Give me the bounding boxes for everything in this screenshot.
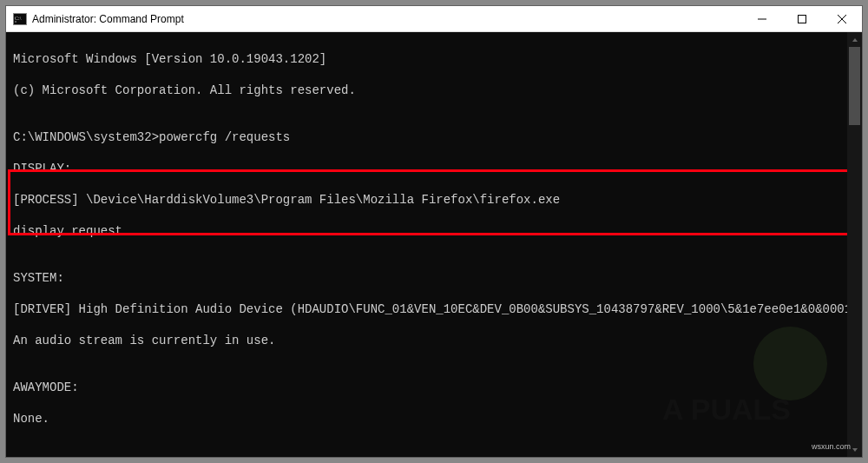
console-area: Microsoft Windows [Version 10.0.19043.12… <box>6 32 862 457</box>
output-line: (c) Microsoft Corporation. All rights re… <box>13 83 847 98</box>
output-line: None. <box>13 411 847 427</box>
cmd-icon: C:\ <box>13 12 27 26</box>
minimize-button[interactable] <box>742 6 782 31</box>
vertical-scrollbar[interactable] <box>847 32 862 457</box>
output-line: SYSTEM: <box>13 270 847 286</box>
output-line: [DRIVER] High Definition Audio Device (H… <box>13 301 847 317</box>
window-controls <box>742 6 862 31</box>
output-line: [PROCESS] \Device\HarddiskVolume3\Progra… <box>13 192 847 208</box>
output-line: Microsoft Windows [Version 10.0.19043.12… <box>13 51 847 67</box>
prompt-line: C:\WINDOWS\system32>powercfg /requests <box>13 129 847 145</box>
output-line: DISPLAY: <box>13 161 847 176</box>
scroll-thumb[interactable] <box>849 47 860 125</box>
scroll-up-arrow[interactable] <box>847 32 862 47</box>
footer-credit: wsxun.com <box>812 442 851 451</box>
svg-text:C:\: C:\ <box>15 16 22 21</box>
close-button[interactable] <box>822 6 862 31</box>
output-line: An audio stream is currently in use. <box>13 333 847 348</box>
svg-rect-2 <box>799 15 806 23</box>
maximize-button[interactable] <box>782 6 822 31</box>
output-line: display request <box>13 223 847 239</box>
window-title: Administrator: Command Prompt <box>32 13 184 25</box>
console-output[interactable]: Microsoft Windows [Version 10.0.19043.12… <box>6 32 847 457</box>
command-prompt-window: C:\ Administrator: Command Prompt Micros… <box>6 6 862 457</box>
titlebar[interactable]: C:\ Administrator: Command Prompt <box>6 6 862 32</box>
output-line: AWAYMODE: <box>13 380 847 395</box>
